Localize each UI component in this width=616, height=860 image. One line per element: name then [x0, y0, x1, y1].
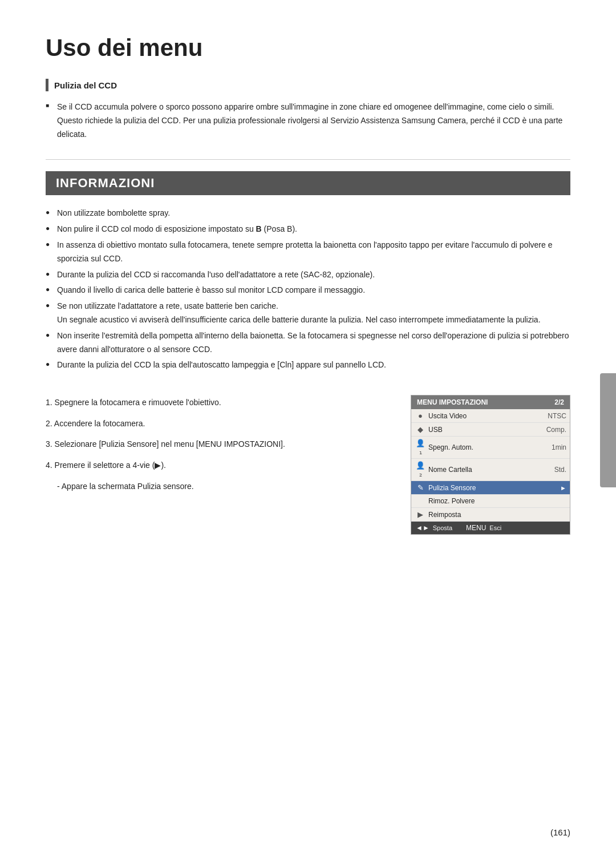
informazioni-title: INFORMAZIONI — [46, 171, 570, 195]
step4-text: 4. Premere il selettore a 4-vie (▶). — [46, 458, 388, 473]
menu-panel: MENU IMPOSTAZIONI 2/2 ● Uscita Video NTS… — [411, 395, 570, 535]
page-container: Uso dei menu Pulizia del CCD Se il CCD a… — [0, 0, 616, 860]
menu-row-uscita-video: ● Uscita Video NTSC — [411, 409, 570, 423]
step2-text: 2. Accendere la fotocamera. — [46, 416, 388, 431]
pulizia-body-text: Se il CCD accumula polvere o sporco poss… — [46, 100, 570, 141]
menu-panel-header-page: 2/2 — [554, 398, 564, 406]
right-tab — [600, 373, 616, 487]
menu-row-usb: ◆ USB Comp. — [411, 423, 570, 437]
list-item: Quando il livello di carica delle batter… — [46, 284, 570, 297]
nav-label: Sposta — [433, 524, 452, 531]
play-icon: ▶ — [415, 510, 426, 519]
list-item: Se non utilizzate l'adattatore a rete, u… — [46, 300, 570, 327]
person1-icon: 👤₁ — [415, 439, 426, 456]
menu-row-spegn-autom: 👤₁ Spegn. Autom. 1min — [411, 437, 570, 459]
menu-row-nome-cartella: 👤₂ Nome Cartella Std. — [411, 459, 570, 481]
nav-arrows-icon: ◄► — [416, 524, 429, 532]
menu-row-reimposta: ▶ Reimposta — [411, 508, 570, 522]
page-number: (161) — [550, 827, 570, 837]
usb-icon: ◆ — [415, 425, 426, 434]
section-bar — [46, 79, 48, 91]
menu-panel-header: MENU IMPOSTAZIONI 2/2 — [411, 395, 570, 409]
menu-row-pulizia-sensore: ✎ Pulizia Sensore ► — [411, 481, 570, 495]
list-item: Durante la pulizia del CCD si raccomanda… — [46, 268, 570, 282]
list-item: Durante la pulizia del CCD la spia dell'… — [46, 358, 570, 372]
pulizia-section-header: Pulizia del CCD — [46, 79, 570, 91]
list-item: Non inserite l'estremità della pompetta … — [46, 329, 570, 357]
menu-panel-header-label: MENU IMPOSTAZIONI — [417, 398, 488, 406]
step3-text: 3. Selezionare [Pulizia Sensore] nel men… — [46, 437, 388, 452]
page-title: Uso dei menu — [46, 34, 570, 62]
person2-icon: 👤₂ — [415, 461, 426, 478]
divider — [46, 159, 570, 160]
info-list: Non utilizzate bombolette spray. Non pul… — [46, 207, 570, 372]
menu-button-icon: MENU — [466, 524, 486, 532]
step1-text: 1. Spegnere la fotocamera e rimuovete l'… — [46, 395, 388, 410]
camera-icon: ● — [415, 411, 426, 420]
pulizia-header-text: Pulizia del CCD — [54, 80, 117, 90]
menu-panel-footer: ◄► Sposta MENU Esci — [411, 522, 570, 534]
menu-label: Esci — [489, 524, 501, 531]
list-item: Non pulire il CCD col modo di esposizion… — [46, 223, 570, 236]
bottom-section: 1. Spegnere la fotocamera e rimuovete l'… — [46, 395, 570, 535]
list-item: In assenza di obiettivo montato sulla fo… — [46, 239, 570, 266]
menu-row-rimoz-polvere: Rimoz. Polvere — [411, 495, 570, 508]
step4-sub-text: - Appare la schermata Pulizia sensore. — [46, 479, 388, 494]
wrench-icon: ✎ — [415, 483, 426, 492]
steps-column: 1. Spegnere la fotocamera e rimuovete l'… — [46, 395, 388, 499]
list-item: Non utilizzate bombolette spray. — [46, 207, 570, 220]
